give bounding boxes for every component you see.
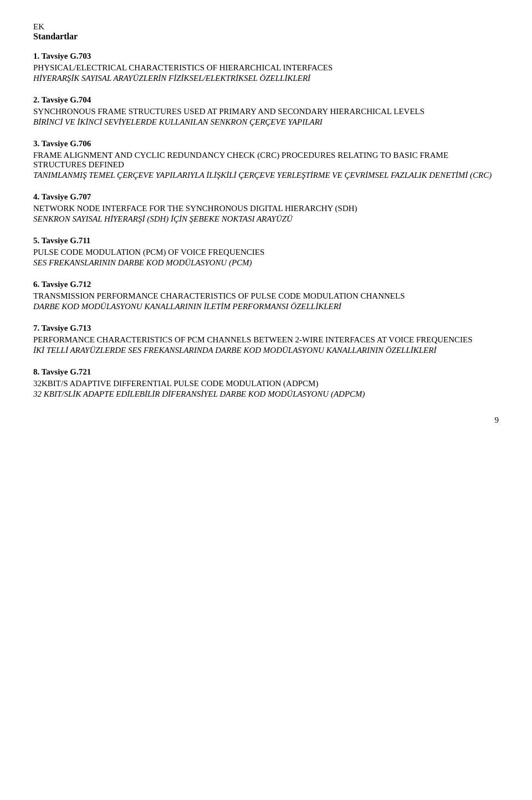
- entry-title-tr-1: HİYERARŞİK SAYISAL ARAYÜZLERİN FİZİKSEL/…: [33, 74, 499, 83]
- entry-title-en-1: PHYSICAL/ELECTRICAL CHARACTERISTICS OF H…: [33, 63, 499, 73]
- entry-heading-4: 4. Tavsiye G.707: [33, 192, 499, 202]
- entry-title-en-6: TRANSMISSION PERFORMANCE CHARACTERISTICS…: [33, 291, 499, 301]
- entry-title-tr-6: DARBE KOD MODÜLASYONU KANALLARININ İLETİ…: [33, 302, 499, 311]
- entry-title-tr-8: 32 KBIT/SLİK ADAPTE EDİLEBİLİR DİFERANSİ…: [33, 389, 499, 399]
- entry-heading-6: 6. Tavsiye G.712: [33, 280, 499, 289]
- entry-title-en-8: 32KBIT/S ADAPTIVE DIFFERENTIAL PULSE COD…: [33, 379, 499, 388]
- entry-heading-1: 1. Tavsiye G.703: [33, 52, 499, 61]
- entry-heading-5: 5. Tavsiye G.711: [33, 236, 499, 245]
- entries-list: 1. Tavsiye G.703PHYSICAL/ELECTRICAL CHAR…: [33, 52, 499, 399]
- entry-title-tr-4: SENKRON SAYISAL HİYERARŞİ (SDH) İÇİN ŞEB…: [33, 214, 499, 224]
- entry-item-5: 5. Tavsiye G.711PULSE CODE MODULATION (P…: [33, 236, 499, 268]
- entry-title-en-7: PERFORMANCE CHARACTERISTICS OF PCM CHANN…: [33, 335, 499, 345]
- entry-item-7: 7. Tavsiye G.713PERFORMANCE CHARACTERIST…: [33, 324, 499, 355]
- entry-item-2: 2. Tavsiye G.704SYNCHRONOUS FRAME STRUCT…: [33, 95, 499, 127]
- entry-title-tr-2: BİRİNCİ VE İKİNCİ SEVİYELERDE KULLANILAN…: [33, 117, 499, 127]
- entry-title-en-5: PULSE CODE MODULATION (PCM) OF VOICE FRE…: [33, 248, 499, 257]
- entry-item-6: 6. Tavsiye G.712TRANSMISSION PERFORMANCE…: [33, 280, 499, 311]
- entry-item-4: 4. Tavsiye G.707NETWORK NODE INTERFACE F…: [33, 192, 499, 224]
- entry-title-en-3: FRAME ALIGNMENT AND CYCLIC REDUNDANCY CH…: [33, 151, 499, 170]
- entry-title-en-4: NETWORK NODE INTERFACE FOR THE SYNCHRONO…: [33, 204, 499, 213]
- entry-heading-2: 2. Tavsiye G.704: [33, 95, 499, 105]
- entry-heading-3: 3. Tavsiye G.706: [33, 139, 499, 148]
- entry-item-3: 3. Tavsiye G.706FRAME ALIGNMENT AND CYCL…: [33, 139, 499, 180]
- entry-title-tr-3: TANIMLANMIŞ TEMEL ÇERÇEVE YAPILARIYLA İL…: [33, 171, 499, 180]
- header-title: EK: [33, 22, 44, 31]
- page-number: 9: [33, 416, 499, 425]
- section-title: Standartlar: [33, 32, 499, 42]
- entry-item-8: 8. Tavsiye G.72132KBIT/S ADAPTIVE DIFFER…: [33, 367, 499, 399]
- entry-title-tr-5: SES FREKANSLARININ DARBE KOD MODÜLASYONU…: [33, 258, 499, 268]
- entry-heading-7: 7. Tavsiye G.713: [33, 324, 499, 333]
- entry-heading-8: 8. Tavsiye G.721: [33, 367, 499, 377]
- entry-title-tr-7: İKİ TELLİ ARAYÜZLERDE SES FREKANSLARINDA…: [33, 346, 499, 355]
- entry-title-en-2: SYNCHRONOUS FRAME STRUCTURES USED AT PRI…: [33, 107, 499, 116]
- page-header: EK: [33, 22, 499, 32]
- entry-item-1: 1. Tavsiye G.703PHYSICAL/ELECTRICAL CHAR…: [33, 52, 499, 83]
